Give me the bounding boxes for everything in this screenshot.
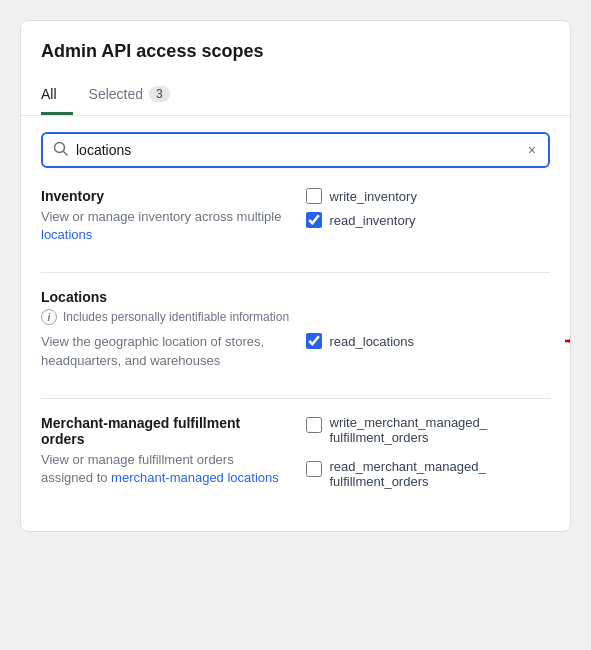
checkbox-read-inventory: read_inventory: [306, 212, 551, 228]
search-box[interactable]: ×: [41, 132, 550, 168]
section-merchant-content: Merchant-managed fulfillment orders View…: [41, 415, 550, 499]
svg-line-1: [64, 152, 68, 156]
clear-icon[interactable]: ×: [526, 140, 538, 160]
pii-notice: i Includes personally identifiable infor…: [41, 309, 550, 325]
inventory-desc: View or manage inventory across multiple…: [41, 208, 286, 244]
search-input[interactable]: [76, 142, 526, 158]
section-merchant-left: Merchant-managed fulfillment orders View…: [41, 415, 286, 499]
merchant-locations-link[interactable]: merchant-managed locations: [111, 470, 279, 485]
panel-title: Admin API access scopes: [41, 41, 550, 62]
inventory-desc-text: View or manage inventory across multiple…: [41, 209, 281, 242]
write-merchant-checkbox[interactable]: [306, 417, 322, 433]
checkbox-read-locations: read_locations: [306, 333, 551, 349]
section-inventory-left: Inventory View or manage inventory acros…: [41, 188, 286, 256]
search-icon: [53, 141, 68, 159]
tabs-container: All Selected 3: [41, 78, 550, 115]
checkbox-write-inventory: write_inventory: [306, 188, 551, 204]
info-icon: i: [41, 309, 57, 325]
panel-header: Admin API access scopes All Selected 3: [21, 21, 570, 116]
read-inventory-label: read_inventory: [330, 213, 416, 228]
panel-body: × Inventory View or manage inventory acr…: [21, 116, 570, 531]
section-merchant-fulfillment: Merchant-managed fulfillment orders View…: [41, 415, 550, 515]
red-arrow-indicator: [560, 326, 570, 356]
read-locations-checkbox[interactable]: [306, 333, 322, 349]
read-inventory-checkbox[interactable]: [306, 212, 322, 228]
admin-api-panel: Admin API access scopes All Selected 3 ×: [20, 20, 571, 532]
checkbox-read-merchant: read_merchant_managed_fulfillment_orders: [306, 459, 551, 489]
read-merchant-checkbox[interactable]: [306, 461, 322, 477]
inventory-title: Inventory: [41, 188, 286, 204]
locations-link[interactable]: locations: [41, 227, 92, 242]
section-merchant-right: write_merchant_managed_fulfillment_order…: [306, 415, 551, 499]
merchant-title: Merchant-managed fulfillment orders: [41, 415, 286, 447]
section-locations-right: read_locations: [306, 333, 551, 381]
section-inventory: Inventory View or manage inventory acros…: [41, 188, 550, 273]
pii-label: Includes personally identifiable informa…: [63, 310, 289, 324]
read-merchant-label: read_merchant_managed_fulfillment_orders: [330, 459, 486, 489]
locations-title: Locations: [41, 289, 550, 305]
section-inventory-content: Inventory View or manage inventory acros…: [41, 188, 550, 256]
write-inventory-label: write_inventory: [330, 189, 417, 204]
tab-selected-label: Selected: [89, 86, 143, 102]
section-locations-content: View the geographic location of stores, …: [41, 333, 550, 381]
tab-selected[interactable]: Selected 3: [89, 78, 186, 115]
locations-desc: View the geographic location of stores, …: [41, 333, 286, 369]
section-inventory-right: write_inventory read_inventory: [306, 188, 551, 256]
tab-all-label: All: [41, 86, 57, 102]
write-merchant-label: write_merchant_managed_fulfillment_order…: [330, 415, 488, 445]
selected-count-badge: 3: [149, 86, 170, 102]
section-locations: Locations i Includes personally identifi…: [41, 289, 550, 398]
write-inventory-checkbox[interactable]: [306, 188, 322, 204]
read-locations-label: read_locations: [330, 334, 415, 349]
tab-all[interactable]: All: [41, 78, 73, 115]
checkbox-write-merchant: write_merchant_managed_fulfillment_order…: [306, 415, 551, 445]
merchant-desc: View or manage fulfillment orders assign…: [41, 451, 286, 487]
section-locations-left: View the geographic location of stores, …: [41, 333, 286, 381]
